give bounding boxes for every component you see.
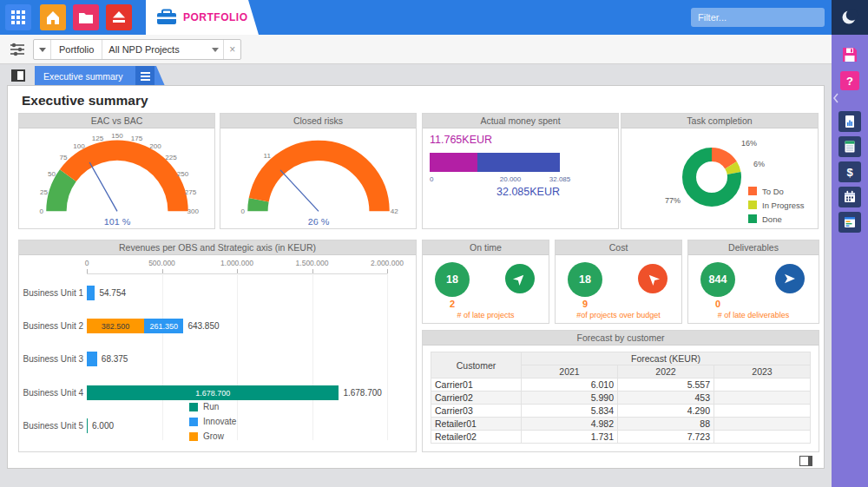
bar-value-label: 1.678.700 [195,389,230,398]
portfolio-select-value: All NPD Projects [108,44,179,55]
gauge-tick-label: 175 [130,135,142,142]
panel-toggle-icon[interactable] [11,69,25,82]
legend-item: Done [748,212,814,226]
panel-title: Forecast by customer [423,331,819,346]
gauge-tick-label: 150 [111,132,123,140]
home-button[interactable] [40,4,66,30]
tab-portfolio[interactable]: PORTFOLIO [146,0,259,35]
forecast-row[interactable]: Retailer021.7317.723 [431,431,811,444]
tab-executive-summary[interactable]: Executive summary [35,66,165,86]
legend-label: Grow [203,431,224,441]
clear-filter-button[interactable]: × [223,40,240,59]
axis-tick-label: 0 [62,259,111,267]
money-axis-tick: 20.000 [493,175,528,183]
legend-swatch [748,201,757,209]
forecast-value-cell [714,405,811,418]
bar-segment-innovate[interactable] [87,352,97,366]
forecast-value-cell: 4.982 [522,418,618,431]
chevron-left-icon [832,92,840,104]
planner-button[interactable] [838,212,861,233]
kpi-trend-badge [505,264,535,293]
filter-settings-button[interactable] [7,39,28,60]
bar-segment-grow[interactable]: 382.500 [87,319,144,333]
page-title: Executive summary [22,93,148,109]
money-axis-tick: 0 [430,175,433,183]
spreadsheet-button[interactable] [838,136,861,157]
gauge-tick-label: 200 [149,142,161,150]
reports-button[interactable] [838,111,861,132]
panel-revenues: Revenues per OBS and Strategic axis (in … [18,240,417,452]
filter-input[interactable] [691,8,825,27]
kpi-count: 844 [709,273,727,286]
moon-icon[interactable] [840,8,859,27]
axis-tick-label: 2.000.000 [363,259,411,267]
gauge-value-label: 26 % [307,217,329,227]
donut-pct-label: 16% [741,139,757,148]
portfolio-dropdown-caret[interactable] [34,40,51,59]
panel-title: Actual money spent [423,114,618,128]
finance-button[interactable]: $ [838,161,861,182]
gauge-tick-label: 225 [165,154,177,161]
eac-gauge: 0 25 50 75 100 125 150 175 200 225 250 2… [31,129,203,229]
portfolio-type-label: Portfolio [51,40,102,59]
panel-deliverables: Deliverables 844 0 # of late deliverable… [687,240,819,324]
forecast-value-cell: 4.290 [618,405,714,418]
forecast-row[interactable]: Carrier016.0105.557 [431,378,811,392]
bar-segment-innovate[interactable]: 261.350 [144,319,183,333]
customer-cell: Retailer02 [431,431,522,444]
bar-row: 382.500261.350643.850 [87,319,220,333]
gauge-tick-label: 125 [91,135,103,142]
save-button[interactable] [840,45,859,64]
portfolio-select[interactable]: All NPD Projects [102,40,223,59]
donut-pct-label: 77% [665,196,681,205]
money-bar-spent[interactable] [430,153,477,172]
bar-category-label: Business Unit 1 [19,288,83,298]
planner-icon [843,215,857,229]
help-button[interactable]: ? [840,71,859,90]
chevron-down-icon [39,48,46,52]
apps-grid-button[interactable] [5,4,31,30]
axis-tick-label: 500.000 [138,259,187,267]
bar-total-label: 1.678.700 [343,388,382,398]
year-header: 2021 [522,365,618,378]
forecast-row[interactable]: Carrier025.990453 [431,392,811,405]
kpi-trend-badge [638,264,667,293]
gauge-tick-label: 42 [390,207,398,215]
forecast-row[interactable]: Carrier035.8344.290 [431,405,811,418]
forecast-table: Customer Forecast (KEUR) 2021 2022 2023 … [431,352,811,444]
tab-menu-button[interactable] [135,66,155,86]
forecast-value-cell [714,431,811,444]
panel-layout-button[interactable] [799,456,812,466]
risks-gauge: 0 11 42 26 % [233,129,404,229]
forecast-row[interactable]: Retailer014.98288 [431,418,811,431]
arrow-right-icon [783,272,797,286]
bar-segment-innovate[interactable] [87,286,95,300]
calendar-button[interactable] [838,187,861,207]
panel-title: Deliverables [688,240,819,255]
gauge-tick-label: 0 [39,207,43,215]
apps-grid-icon [11,10,25,24]
forecast-value-cell [714,378,811,392]
collapse-left-button[interactable] [832,92,840,104]
kpi-late-count: 9 [568,299,602,309]
money-bar-remaining[interactable] [477,153,560,172]
filter-toolbar: Portfolio All NPD Projects × [0,35,832,64]
forecast-value-cell [714,392,811,405]
eject-button[interactable] [106,4,132,30]
panel-task-completion: Task completion 16% 6% 77% To Do In Prog… [621,113,819,229]
money-spent-label: 11.765KEUR [430,134,492,146]
panel-on-time: On time 18 2 # of late projects [422,240,549,324]
kpi-count-circle: 18 [568,262,602,297]
spreadsheet-icon [843,140,857,154]
year-header: 2023 [714,365,811,378]
legend-swatch [748,214,757,223]
bar-segment-run[interactable] [87,418,88,433]
projects-folder-button[interactable] [73,4,99,30]
gauge-tick-label: 0 [240,207,245,215]
right-sidebar: ? $ [832,35,868,487]
bar-segment-run[interactable]: 1.678.700 [87,385,339,400]
dashboard-panel: Executive summary EAC vs BAC 0 25 50 75 … [7,85,825,469]
bar-category-label: Business Unit 3 [19,354,83,364]
kpi-caption: # of late projects [423,311,549,319]
forecast-value-cell: 88 [618,418,714,431]
